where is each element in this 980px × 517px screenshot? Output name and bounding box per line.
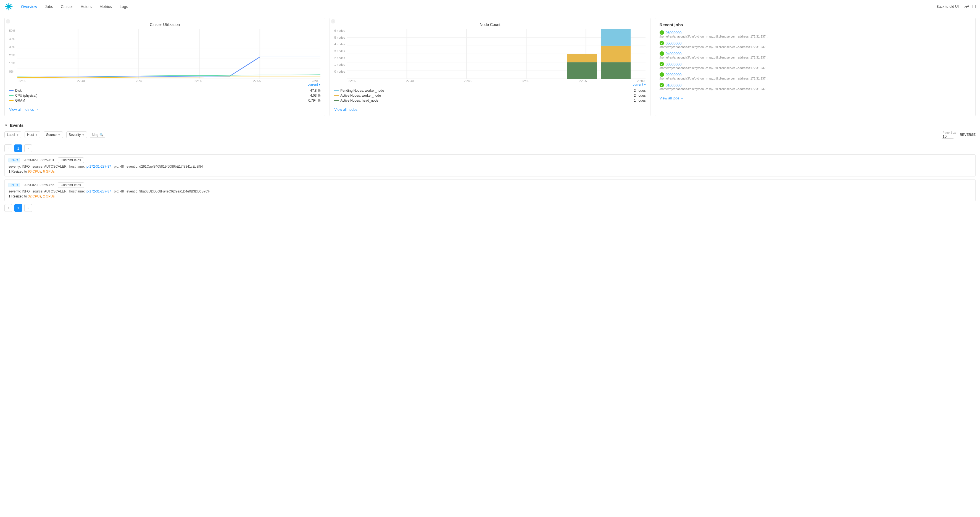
host-filter-arrow: ▼ — [35, 134, 38, 137]
job-link-2[interactable]: ✓ 04000000 — [660, 51, 971, 56]
main-content: i Cluster Utilization 50% 40% 30% 20% 10… — [0, 13, 980, 218]
legend-row-active-head: Active Nodes: head_node 1 nodes — [334, 99, 646, 102]
pending-legend-dot — [334, 90, 339, 91]
prev-page-bottom-button[interactable]: ‹ — [5, 204, 12, 212]
app-logo[interactable] — [5, 2, 13, 11]
svg-line-7 — [10, 4, 11, 5]
node-current-dropdown[interactable]: current ▾ — [334, 83, 646, 86]
label-filter-text: Label — [7, 133, 15, 137]
next-page-bottom-button[interactable]: › — [24, 204, 32, 212]
next-page-button[interactable]: › — [24, 145, 32, 152]
host-filter[interactable]: Host ▼ — [25, 132, 40, 138]
event-1-hostname-link[interactable]: ip-172-31-237-37 — [86, 189, 111, 193]
job-cmd-3: /home/ray/anaconda3/bin/python -m ray.ut… — [660, 66, 770, 70]
event-1-top: INFO 2023-02-13 22:53:55 CustomFields — [9, 182, 971, 188]
job-link-0[interactable]: ✓ 06000000 — [660, 30, 971, 35]
page-1-button[interactable]: 1 — [14, 145, 22, 152]
nav-metrics[interactable]: Metrics — [96, 3, 115, 11]
page-size-group: Page Size — [942, 131, 956, 138]
job-link-5[interactable]: ✓ 01000000 — [660, 83, 971, 87]
job-item-2: ✓ 04000000 /home/ray/anaconda3/bin/pytho… — [660, 51, 971, 59]
pending-legend-label: Pending Nodes: worker_node — [340, 89, 384, 92]
nav-logs[interactable]: Logs — [116, 3, 131, 11]
event-1-sep: , — [41, 194, 43, 198]
event-0-cpus: 96 CPUs — [28, 170, 41, 173]
event-0-hostname-link[interactable]: ip-172-31-237-37 — [86, 165, 111, 169]
event-1-gpus: 2 GPUs — [43, 194, 55, 198]
page-size-input[interactable] — [942, 134, 953, 138]
svg-rect-33 — [567, 62, 597, 79]
severity-filter-text: Severity — [69, 133, 81, 137]
job-link-4[interactable]: ✓ 02000000 — [660, 72, 971, 77]
job-check-3: ✓ — [660, 62, 664, 66]
source-filter[interactable]: Source ▼ — [44, 132, 63, 138]
active-head-legend-value: 1 nodes — [634, 99, 646, 102]
page-1-bottom-button[interactable]: 1 — [14, 204, 22, 212]
event-1-suffix: . — [55, 194, 56, 198]
nav-links: Overview Jobs Cluster Actors Metrics Log… — [18, 3, 934, 11]
reverse-button[interactable]: REVERSE — [960, 133, 975, 137]
view-all-metrics-link[interactable]: View all metrics → — [9, 107, 39, 111]
label-filter[interactable]: Label ▼ — [5, 132, 21, 138]
event-0-prefix: 1 Resized to — [9, 170, 28, 173]
host-filter-text: Host — [27, 133, 34, 137]
utilization-chart — [18, 29, 320, 79]
nav-jobs[interactable]: Jobs — [41, 3, 56, 11]
events-title: Events — [10, 123, 24, 127]
event-1-time: 2023-02-13 22:53:55 — [24, 183, 54, 187]
recent-jobs-panel: Recent jobs ✓ 06000000 /home/ray/anacond… — [655, 17, 975, 116]
recent-jobs-title: Recent jobs — [660, 22, 971, 27]
docs-icon[interactable]: ☍ — [964, 3, 969, 10]
job-link-3[interactable]: ✓ 03000000 — [660, 62, 971, 66]
severity-filter-arrow: ▼ — [82, 134, 84, 137]
event-1-badge: INFO — [9, 183, 20, 187]
nav-actors[interactable]: Actors — [77, 3, 95, 11]
event-0-top: INFO 2023-02-13 22:59:01 CustomFields — [9, 157, 971, 163]
legend-row-cpu: CPU (physical) 4.03 % — [9, 94, 320, 97]
event-0-suffix: . — [55, 170, 56, 173]
svg-line-8 — [6, 8, 8, 9]
severity-filter[interactable]: Severity ▼ — [66, 132, 87, 138]
search-icon[interactable]: 🔍 — [99, 133, 103, 137]
node-count-title: Node Count — [334, 22, 646, 27]
event-1-message: 1 Resized to 32 CPUs, 2 GPUs. — [9, 194, 971, 198]
job-item-5: ✓ 01000000 /home/ray/anaconda3/bin/pytho… — [660, 83, 971, 91]
utilization-current-dropdown[interactable]: current ▾ — [9, 83, 320, 86]
job-cmd-2: /home/ray/anaconda3/bin/python -m ray.ut… — [660, 56, 770, 59]
event-row-1: INFO 2023-02-13 22:53:55 CustomFields se… — [5, 179, 975, 201]
cluster-utilization-panel: i Cluster Utilization 50% 40% 30% 20% 10… — [5, 17, 325, 116]
event-0-badge: INFO — [9, 158, 20, 162]
job-link-1[interactable]: ✓ 05000000 — [660, 41, 971, 45]
events-filters: Label ▼ Host ▼ Source ▼ Severity ▼ Msg 🔍… — [5, 131, 975, 141]
legend-row-gram: GRAM 0.794 % — [9, 99, 320, 102]
cpu-legend-dot — [9, 95, 14, 96]
svg-line-6 — [10, 8, 11, 9]
top-panels: i Cluster Utilization 50% 40% 30% 20% 10… — [5, 17, 975, 116]
job-item-1: ✓ 05000000 /home/ray/anaconda3/bin/pytho… — [660, 41, 971, 49]
view-all-nodes-link[interactable]: View all nodes → — [334, 107, 362, 111]
nav-overview[interactable]: Overview — [18, 3, 40, 11]
back-to-old-ui-button[interactable]: Back to old UI — [934, 3, 961, 10]
job-check-0: ✓ — [660, 30, 664, 35]
event-0-custom-fields-button[interactable]: CustomFields — [58, 157, 84, 163]
event-1-cpus: 32 CPUs — [28, 194, 41, 198]
job-item-3: ✓ 03000000 /home/ray/anaconda3/bin/pytho… — [660, 62, 971, 70]
prev-page-button[interactable]: ‹ — [5, 145, 12, 152]
event-0-message: 1 Resized to 96 CPUs, 6 GPUs. — [9, 170, 971, 173]
node-x-labels: 22:35 22:40 22:45 22:50 22:55 23:00 — [347, 79, 646, 83]
info-icon-utilization[interactable]: i — [6, 19, 10, 24]
events-header[interactable]: ▼ Events — [5, 123, 975, 127]
nav-cluster[interactable]: Cluster — [57, 3, 76, 11]
node-count-panel: i Node Count 6 nodes 5 nodes 4 nodes 3 n… — [329, 17, 650, 116]
event-1-prefix: 1 Resized to — [9, 194, 28, 198]
job-cmd-0: /home/ray/anaconda3/bin/python -m ray.ut… — [660, 35, 770, 38]
view-all-jobs-link[interactable]: View all jobs → — [660, 96, 684, 100]
settings-icon[interactable]: □ — [972, 3, 975, 10]
legend-row-active-worker: Active Nodes: worker_node 2 nodes — [334, 94, 646, 97]
event-1-custom-fields-button[interactable]: CustomFields — [58, 182, 84, 188]
active-head-legend-label: Active Nodes: head_node — [340, 99, 378, 102]
events-section: ▼ Events Label ▼ Host ▼ Source ▼ Severit… — [5, 123, 975, 212]
legend-row-pending: Pending Nodes: worker_node 2 nodes — [334, 89, 646, 92]
job-item-0: ✓ 06000000 /home/ray/anaconda3/bin/pytho… — [660, 30, 971, 38]
navigation: Overview Jobs Cluster Actors Metrics Log… — [0, 0, 980, 13]
